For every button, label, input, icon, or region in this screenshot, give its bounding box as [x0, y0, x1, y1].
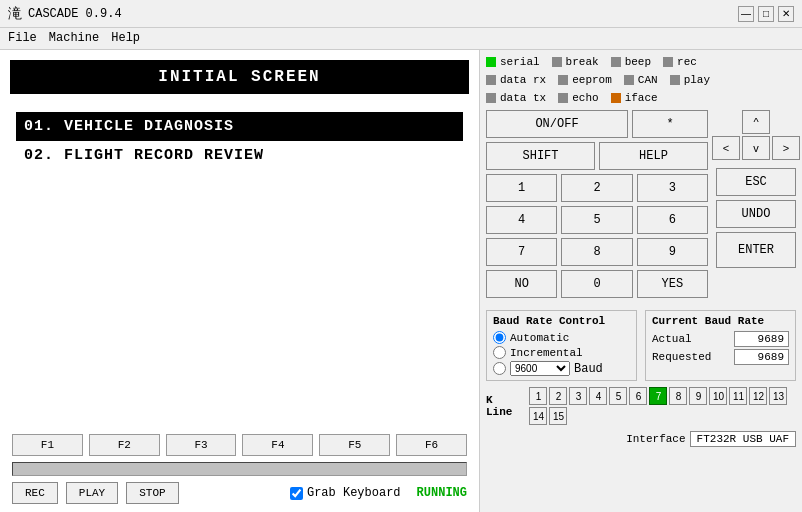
baud-right-title: Current Baud Rate	[652, 315, 789, 327]
play-button[interactable]: PLAY	[66, 482, 118, 504]
key-9[interactable]: 9	[637, 238, 708, 266]
keypad-row-456: 4 5 6	[486, 206, 708, 234]
kline-buttons: 123456789101112131415	[529, 387, 796, 425]
status-row-3: data tx echo iface	[486, 92, 796, 104]
title-bar-controls: — □ ✕	[738, 6, 794, 22]
f5-button[interactable]: F5	[319, 434, 390, 456]
kline-button-15[interactable]: 15	[549, 407, 567, 425]
yes-button[interactable]: YES	[637, 270, 708, 298]
rec-button[interactable]: REC	[12, 482, 58, 504]
arrow-row-mid: < v >	[712, 136, 800, 160]
keypad-area: ON/OFF * SHIFT HELP 1 2 3 4 5 6	[486, 110, 796, 302]
baud-actual-row: Actual 9689	[652, 331, 789, 347]
kline-button-2[interactable]: 2	[549, 387, 567, 405]
f1-button[interactable]: F1	[12, 434, 83, 456]
kline-button-14[interactable]: 14	[529, 407, 547, 425]
baud-left-title: Baud Rate Control	[493, 315, 630, 327]
f3-button[interactable]: F3	[166, 434, 237, 456]
f6-button[interactable]: F6	[396, 434, 467, 456]
interface-label: Interface	[626, 433, 685, 445]
menu-item-02-text: 02. FLIGHT RECORD REVIEW	[24, 147, 264, 164]
menu-help[interactable]: Help	[111, 31, 140, 46]
interface-value: FT232R USB UAF	[690, 431, 796, 447]
label-echo: echo	[572, 92, 598, 104]
kline-button-4[interactable]: 4	[589, 387, 607, 405]
menu-file[interactable]: File	[8, 31, 37, 46]
label-data-tx: data tx	[500, 92, 546, 104]
right-arrow-button[interactable]: >	[772, 136, 800, 160]
menu-list: 01. VEHICLE DIAGNOSIS 02. FLIGHT RECORD …	[0, 104, 479, 426]
no-button[interactable]: NO	[486, 270, 557, 298]
kline-button-6[interactable]: 6	[629, 387, 647, 405]
key-4[interactable]: 4	[486, 206, 557, 234]
baud-automatic-radio[interactable]	[493, 331, 506, 344]
kline-button-12[interactable]: 12	[749, 387, 767, 405]
interface-bar: Interface FT232R USB UAF	[486, 431, 796, 447]
kline-button-8[interactable]: 8	[669, 387, 687, 405]
indicator-rec: rec	[663, 56, 697, 68]
shift-button[interactable]: SHIFT	[486, 142, 595, 170]
kline-button-13[interactable]: 13	[769, 387, 787, 405]
kline-button-5[interactable]: 5	[609, 387, 627, 405]
kline-button-10[interactable]: 10	[709, 387, 727, 405]
undo-button[interactable]: UNDO	[716, 200, 796, 228]
menu-bar: File Machine Help	[0, 28, 802, 50]
f4-button[interactable]: F4	[242, 434, 313, 456]
kline-button-1[interactable]: 1	[529, 387, 547, 405]
esc-button[interactable]: ESC	[716, 168, 796, 196]
up-arrow-button[interactable]: ^	[742, 110, 770, 134]
keypad-row-top: ON/OFF *	[486, 110, 708, 138]
key-8[interactable]: 8	[561, 238, 632, 266]
led-play	[670, 75, 680, 85]
grab-keyboard-checkbox[interactable]	[290, 487, 303, 500]
label-data-rx: data rx	[500, 74, 546, 86]
onoff-button[interactable]: ON/OFF	[486, 110, 628, 138]
baud-left: Baud Rate Control Automatic Incremental …	[486, 310, 637, 381]
kline-button-9[interactable]: 9	[689, 387, 707, 405]
baud-select[interactable]: 9600	[510, 361, 570, 376]
kline-button-7[interactable]: 7	[649, 387, 667, 405]
key-5[interactable]: 5	[561, 206, 632, 234]
led-eeprom	[558, 75, 568, 85]
key-7[interactable]: 7	[486, 238, 557, 266]
indicator-data-rx: data rx	[486, 74, 546, 86]
f2-button[interactable]: F2	[89, 434, 160, 456]
screen-title: INITIAL SCREEN	[10, 60, 469, 94]
left-arrow-button[interactable]: <	[712, 136, 740, 160]
key-0[interactable]: 0	[561, 270, 632, 298]
baud-incremental-option: Incremental	[493, 346, 630, 359]
grab-keyboard-container: Grab Keyboard	[290, 486, 401, 500]
minimize-button[interactable]: —	[738, 6, 754, 22]
menu-machine[interactable]: Machine	[49, 31, 99, 46]
led-rec	[663, 57, 673, 67]
baud-automatic-label: Automatic	[510, 332, 569, 344]
key-2[interactable]: 2	[561, 174, 632, 202]
menu-item-01[interactable]: 01. VEHICLE DIAGNOSIS	[16, 112, 463, 141]
down-arrow-button[interactable]: v	[742, 136, 770, 160]
indicator-echo: echo	[558, 92, 598, 104]
action-row: REC PLAY STOP Grab Keyboard RUNNING	[8, 482, 471, 504]
close-button[interactable]: ✕	[778, 6, 794, 22]
kline-section: K Line 123456789101112131415	[486, 387, 796, 425]
led-beep	[611, 57, 621, 67]
kline-button-11[interactable]: 11	[729, 387, 747, 405]
stop-button[interactable]: STOP	[126, 482, 178, 504]
menu-item-02[interactable]: 02. FLIGHT RECORD REVIEW	[16, 141, 463, 170]
enter-button[interactable]: ENTER	[716, 232, 796, 268]
kline-button-3[interactable]: 3	[569, 387, 587, 405]
help-button[interactable]: HELP	[599, 142, 708, 170]
baud-incremental-radio[interactable]	[493, 346, 506, 359]
label-play: play	[684, 74, 710, 86]
key-1[interactable]: 1	[486, 174, 557, 202]
star-button[interactable]: *	[632, 110, 708, 138]
baud-label: Baud	[574, 362, 603, 376]
fkey-row: F1 F2 F3 F4 F5 F6	[8, 434, 471, 456]
arrow-cluster: ^ < v >	[716, 110, 796, 160]
baud-requested-value: 9689	[734, 349, 789, 365]
key-6[interactable]: 6	[637, 206, 708, 234]
key-3[interactable]: 3	[637, 174, 708, 202]
baud-manual-radio[interactable]	[493, 362, 506, 375]
indicator-beep: beep	[611, 56, 651, 68]
maximize-button[interactable]: □	[758, 6, 774, 22]
baud-actual-value: 9689	[734, 331, 789, 347]
